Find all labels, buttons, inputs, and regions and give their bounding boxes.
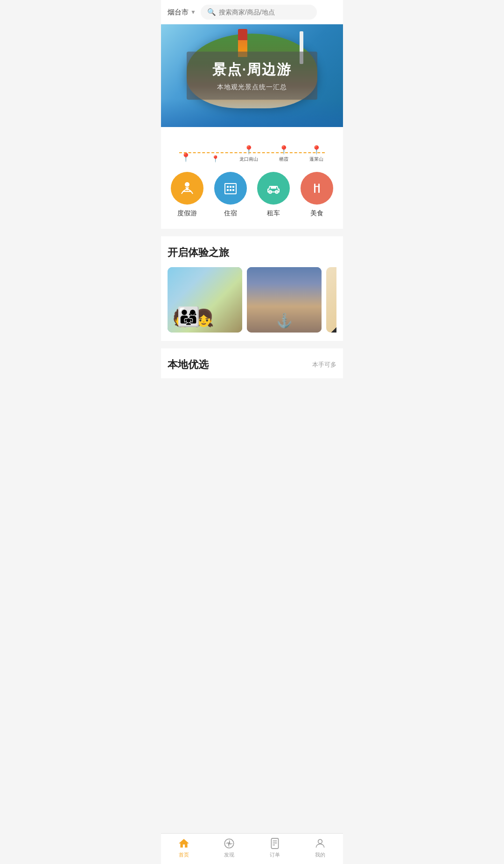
city-selector[interactable]: 烟台市 ▼ xyxy=(168,8,196,17)
pin-label-4: 栖霞 xyxy=(279,156,288,163)
pin-label-5: 蓬莱山 xyxy=(309,156,323,163)
pin-icon-2: 📍 xyxy=(211,155,219,163)
experience-card-1[interactable]: 🧑‍👧 xyxy=(168,267,242,333)
svg-rect-6 xyxy=(227,189,229,191)
banner-water xyxy=(161,99,343,127)
hotel-icon xyxy=(214,172,247,205)
pin-label-3: 龙口南山 xyxy=(239,156,258,163)
pin-icon-1: 📍 xyxy=(181,152,191,163)
vacation-icon xyxy=(171,172,203,205)
experience-section: 开启体验之旅 🧑‍👧 ⚓ 茶 xyxy=(161,236,343,341)
card-image-2: ⚓ xyxy=(247,267,322,333)
pin-icon-3: 📍 xyxy=(244,145,254,155)
pin-icon-4: 📍 xyxy=(279,145,289,155)
food-icon xyxy=(301,172,333,205)
banner-overlay: 景点·周边游 本地观光景点统一汇总 xyxy=(187,52,317,100)
card-image-1: 🧑‍👧 xyxy=(168,267,242,333)
notification-icon[interactable] xyxy=(322,5,336,20)
category-label-vacation: 度假游 xyxy=(177,209,197,218)
header: 烟台市 ▼ 🔍 xyxy=(161,0,343,24)
svg-rect-13 xyxy=(318,184,320,193)
svg-point-0 xyxy=(185,182,189,187)
banner: 景点·周边游 本地观光景点统一汇总 xyxy=(161,24,343,127)
pin-icon-5: 📍 xyxy=(311,145,322,155)
banner-subtitle: 本地观光景点统一汇总 xyxy=(210,83,294,92)
category-car[interactable]: 租车 xyxy=(257,172,290,218)
experience-card-2[interactable]: ⚓ xyxy=(247,267,322,333)
search-icon: 🔍 xyxy=(207,8,216,16)
experience-card-3[interactable]: 茶 xyxy=(326,267,336,333)
category-hotel[interactable]: 住宿 xyxy=(214,172,247,218)
svg-rect-7 xyxy=(230,189,231,191)
svg-rect-12 xyxy=(314,184,315,193)
search-input[interactable] xyxy=(219,8,310,16)
route-point-5[interactable]: 📍 蓬莱山 xyxy=(309,145,323,163)
category-label-food: 美食 xyxy=(310,209,323,218)
svg-rect-4 xyxy=(230,186,231,188)
svg-rect-8 xyxy=(232,189,234,191)
route-point-1[interactable]: 📍 xyxy=(181,152,191,163)
banner-title: 景点·周边游 xyxy=(210,60,294,79)
card-image-3: 茶 xyxy=(326,267,336,333)
local-title: 本地优选 xyxy=(168,358,209,372)
search-bar[interactable]: 🔍 xyxy=(201,5,317,20)
bottom-spacer xyxy=(161,378,343,416)
city-name: 烟台市 xyxy=(168,8,189,17)
experience-title: 开启体验之旅 xyxy=(168,246,229,260)
category-label-car: 租车 xyxy=(267,209,280,218)
route-point-4[interactable]: 📍 栖霞 xyxy=(279,145,289,163)
category-label-hotel: 住宿 xyxy=(224,209,237,218)
svg-rect-11 xyxy=(271,186,276,189)
local-section: 本地优选 本手可多 xyxy=(161,348,343,378)
route-point-2[interactable]: 📍 xyxy=(211,155,219,163)
svg-rect-5 xyxy=(232,186,234,188)
chevron-down-icon: ▼ xyxy=(190,9,196,15)
route-map: 📍 📍 📍 龙口南山 📍 栖霞 📍 蓬莱山 xyxy=(161,135,343,163)
section-gap-1 xyxy=(161,229,343,236)
route-point-3[interactable]: 📍 龙口南山 xyxy=(239,145,258,163)
local-more[interactable]: 本手可多 xyxy=(312,361,336,369)
svg-rect-3 xyxy=(227,186,229,188)
cards-row[interactable]: 🧑‍👧 ⚓ 茶 xyxy=(168,267,336,334)
section-gap-2 xyxy=(161,341,343,348)
category-vacation[interactable]: 度假游 xyxy=(171,172,203,218)
route-section: 📍 📍 📍 龙口南山 📍 栖霞 📍 蓬莱山 xyxy=(161,127,343,229)
categories: 度假游 住宿 xyxy=(161,163,343,229)
svg-rect-1 xyxy=(183,191,191,192)
car-icon xyxy=(257,172,290,205)
experience-header: 开启体验之旅 xyxy=(168,246,336,260)
svg-rect-2 xyxy=(225,184,236,194)
category-food[interactable]: 美食 xyxy=(301,172,333,218)
local-header: 本地优选 本手可多 xyxy=(168,358,336,372)
